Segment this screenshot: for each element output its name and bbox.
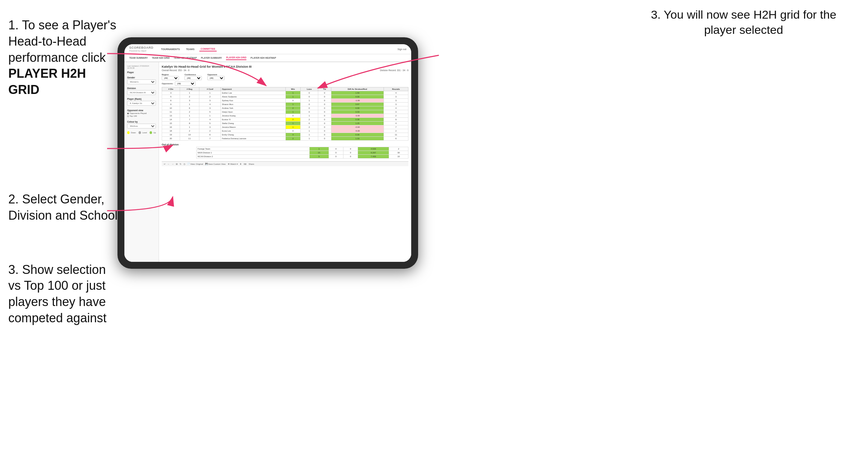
radio-top-100[interactable]: Top 100 — [127, 115, 156, 117]
opponent-filter-label: Opponent — [207, 74, 225, 76]
col-loss: Loss — [301, 87, 318, 91]
table-row: 6 3 3 Sydney Kuo 0 1 0 -1.00 3 — [162, 99, 408, 103]
step1-text: 1. To see a Player's Head-to-Head perfor… — [8, 17, 120, 98]
nav-committee[interactable]: COMMITTEE — [199, 47, 217, 51]
table-row: Foreign Team 1 0 0 4.500 2 — [197, 147, 408, 151]
col-diff: Diff Av Strokes/Rnd — [331, 87, 384, 91]
instruction-step3-left: 3. Show selection vs Top 100 or just pla… — [8, 262, 120, 326]
subnav-player-h2h-grid[interactable]: PLAYER H2H GRID — [226, 56, 246, 60]
toolbar-undo[interactable]: ↩ — [164, 163, 166, 165]
region-filter-select[interactable]: (All) — [162, 76, 179, 80]
toolbar-save-custom[interactable]: 💾 Save Custom View — [205, 163, 226, 165]
opponent-filter-select[interactable]: (All) — [207, 76, 225, 80]
table-row: 18 2 2 Euna Lee 0 1 0 -5.00 2 — [162, 129, 408, 133]
legend-up-label: Up — [153, 132, 156, 134]
table-row: 16 1 3 Jessica Mason 1 2 0 -0.94 7 — [162, 125, 408, 129]
colour-by-label: Colour by — [127, 121, 156, 123]
player-rank-select[interactable]: 8. Katelyn Vo — [127, 101, 156, 106]
table-row: 11 2 5 Heejo Hyun 1 0 0 3.33 3 — [162, 110, 408, 114]
player-section-label: Player — [127, 71, 156, 74]
col-rounds: Rounds — [384, 87, 408, 91]
color-legend: Down Level Up — [127, 131, 156, 134]
legend-level-dot — [139, 131, 141, 134]
opponents-select[interactable]: (All) — [175, 82, 196, 86]
table-row: 13 1 1 Jessica Huang 0 1 0 -3.00 2 — [162, 114, 408, 118]
tablet-screen: SCOREBOARD Powered by clippd TOURNAMENTS… — [124, 44, 411, 262]
table-row: 14 7 4 Eunice Yi 2 2 0 0.38 9 — [162, 118, 408, 122]
opponents-label: Opponents: — [162, 83, 173, 85]
legend-down-dot — [127, 131, 130, 134]
subnav-player-summary[interactable]: PLAYER SUMMARY — [201, 56, 222, 60]
table-row: 19 10 6 Emily Chang 4 1 0 0.30 11 — [162, 133, 408, 137]
conference-filter-select[interactable]: (All) — [185, 76, 202, 80]
filter-row: Region (All) Conference (All) Opponent — [162, 74, 408, 80]
toolbar-refresh[interactable]: ↻ — [180, 163, 181, 165]
toolbar-download[interactable]: ⬇ — [240, 163, 242, 165]
out-of-division-title: Out of division — [162, 143, 408, 146]
gender-select[interactable]: Women's — [127, 79, 156, 84]
table-row: NCAA Division 2 5 0 0 7.400 10 — [197, 155, 408, 159]
out-of-division-section: Out of division Foreign Team 1 0 0 4.500… — [162, 143, 408, 159]
col-tie: Tie — [318, 87, 331, 91]
sign-out[interactable]: Sign out — [397, 48, 406, 50]
legend-level-label: Level — [142, 132, 147, 134]
toolbar-watch[interactable]: 👁 Watch ▾ — [228, 163, 238, 165]
grid-subtitle: Overall Record: 353 - 34 - 6 Division Re… — [162, 69, 408, 72]
subnav-team-h2h-heatmap[interactable]: TEAM H2H HEATMAP — [174, 56, 197, 60]
division-label: Division — [127, 87, 156, 89]
colour-by-select[interactable]: Win/loss — [127, 124, 156, 128]
subnav-player-h2h-heatmap[interactable]: PLAYER H2H HEATMAP — [251, 56, 276, 60]
col-reg: # Reg — [180, 87, 199, 91]
step3-left-text: 3. Show selection vs Top 100 or just pla… — [8, 262, 120, 326]
subnav-team-summary[interactable]: TEAM SUMMARY — [129, 56, 148, 60]
player-rank-label: Player (Rank) — [127, 98, 156, 100]
step2-text: 2. Select Gender, Division and School — [8, 191, 120, 224]
toolbar-view-original[interactable]: 📄 View: Original — [187, 163, 203, 165]
bottom-toolbar: ↩ ← → ⊞ ↻ ◷ 📄 View: Original 💾 Save Cust… — [162, 161, 408, 166]
toolbar-forward[interactable]: → — [172, 163, 174, 165]
grid-area: Katelyn Vo Head-to-Head Grid for Women's… — [159, 62, 411, 262]
toolbar-clock[interactable]: ◷ — [183, 163, 185, 165]
table-row: 9 1 4 Sharon Mun 1 0 0 3.67 3 — [162, 103, 408, 106]
h2h-table: # Div # Reg # Conf Opponent Win Loss Tie… — [162, 87, 408, 141]
col-opponent: Opponent — [221, 87, 285, 91]
sub-nav: TEAM SUMMARY TEAM H2H GRID TEAM H2H HEAT… — [124, 54, 411, 62]
instruction-step3-right: 3. You will now see H2H grid for the pla… — [647, 7, 840, 37]
opponent-view-label: Opponent view — [127, 109, 156, 112]
instruction-step1: 1. To see a Player's Head-to-Head perfor… — [8, 17, 120, 98]
last-updated: Last Updated: 27/03/2024 16:55:38 — [127, 65, 156, 69]
radio-opponents-played[interactable]: Opponents Played — [127, 112, 156, 114]
gender-label: Gender — [127, 76, 156, 79]
logo: SCOREBOARD Powered by clippd — [129, 46, 153, 52]
nav-tournaments[interactable]: TOURNAMENTS — [160, 47, 181, 51]
legend-up-dot — [150, 131, 152, 134]
opponent-view-options: Opponents Played Top 100 — [127, 112, 156, 117]
sidebar: Last Updated: 27/03/2024 16:55:38 Player… — [124, 62, 159, 262]
main-content: Last Updated: 27/03/2024 16:55:38 Player… — [124, 62, 411, 262]
col-win: Win — [285, 87, 300, 91]
toolbar-grid[interactable]: ⊞ — [176, 163, 178, 165]
toolbar-back[interactable]: ← — [168, 163, 170, 165]
out-of-division-table: Foreign Team 1 0 0 4.500 2 NAIA Division… — [196, 147, 408, 159]
table-header-row: # Div # Reg # Conf Opponent Win Loss Tie… — [162, 87, 408, 91]
table-row: 3 1 1 Esther Lee 1 0 0 1.50 4 — [162, 91, 408, 95]
table-row: 5 2 2 Alexis Sudjianto 1 0 0 4.00 3 — [162, 95, 408, 99]
col-conf: # Conf — [199, 87, 221, 91]
nav-bar: SCOREBOARD Powered by clippd TOURNAMENTS… — [124, 44, 411, 54]
instruction-step2: 2. Select Gender, Division and School — [8, 191, 120, 224]
col-div: # Div — [162, 87, 180, 91]
division-select[interactable]: NCAA Division III — [127, 90, 156, 95]
toolbar-share[interactable]: Share — [248, 163, 254, 165]
subnav-team-h2h-grid[interactable]: TEAM H2H GRID — [152, 56, 170, 60]
conference-filter-label: Conference — [185, 74, 202, 76]
nav-teams[interactable]: TEAMS — [185, 47, 196, 51]
table-row: 10 6 3 Andrea York 2 0 0 4.00 4 — [162, 106, 408, 110]
region-filter-label: Region — [162, 74, 179, 76]
table-row: NAIA Division 1 15 0 0 9.267 30 — [197, 151, 408, 155]
table-row: 20 11 7 Federica Domecq Lacroze 2 1 0 1.… — [162, 137, 408, 141]
table-row: 15 8 5 Stella Cheng 1 0 0 1.25 4 — [162, 122, 408, 125]
toolbar-layout[interactable]: ≡⊞ — [244, 163, 247, 165]
legend-down-label: Down — [131, 132, 136, 134]
grid-title: Katelyn Vo Head-to-Head Grid for Women's… — [162, 65, 408, 68]
